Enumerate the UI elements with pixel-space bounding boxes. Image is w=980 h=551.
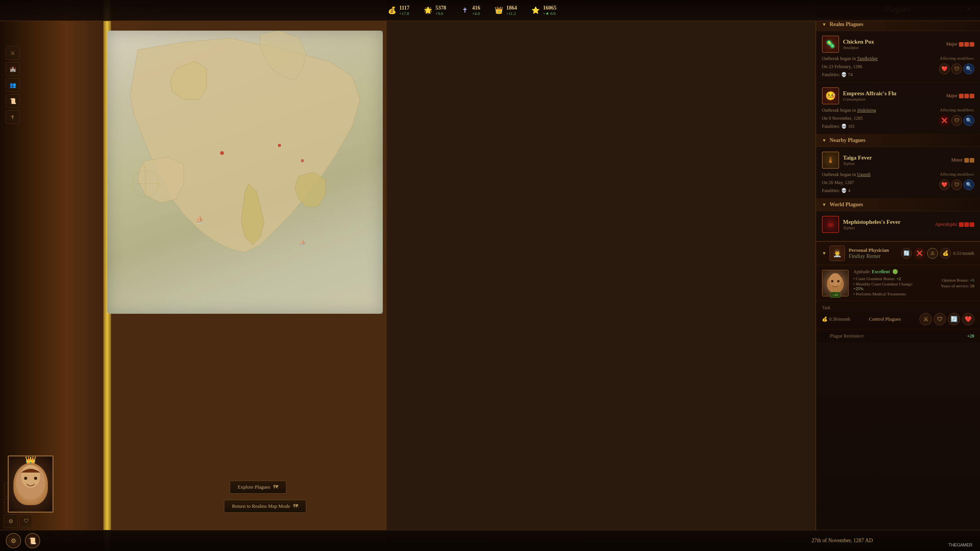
task-action-1[interactable]: ⚔ — [920, 313, 932, 325]
taiga-fever-count: 4 — [848, 188, 850, 193]
chicken-pox-subtype: Smallpox — [843, 45, 946, 50]
taiga-location-link[interactable]: Ugandi — [857, 172, 871, 177]
empress-flu-location-link[interactable]: Jönköping — [857, 108, 876, 113]
modifier-shield-icon: 🛡 — [951, 64, 962, 74]
aptitude-row: Aptitude: Excellent 🟢 — [853, 269, 924, 275]
task-action-2[interactable]: 🛡 — [934, 313, 946, 325]
dynasty-value-group: 1864 +11.2 — [506, 5, 517, 16]
dynasty-change: +11.2 — [506, 11, 516, 16]
physician-level-badge: +46 — [830, 292, 840, 298]
physician-collapse-icon[interactable]: ▼ — [822, 251, 826, 256]
chicken-pox-date: On 23 February, 1286 — [822, 64, 939, 70]
taiga-fever-severity: Minor — [951, 157, 974, 163]
empress-flu-severity-label: Major — [946, 93, 957, 99]
chicken-pox-severity-label: Major — [946, 41, 957, 47]
resource-dynasty: 👑 1864 +11.2 — [493, 5, 517, 16]
svg-text:N: N — [143, 165, 146, 169]
settings-icon-btn[interactable]: ⚙ — [6, 533, 21, 548]
task-label: Task — [822, 305, 974, 311]
prestige-change: +9.6 — [435, 11, 443, 16]
modifier-heart-icon: ❤️ — [939, 64, 950, 74]
world-plagues-header[interactable]: ▼ World Plagues — [816, 199, 980, 211]
physician-monthly-cost: 0.51/month — [953, 251, 974, 256]
thegamer-logo: THEGAMER — [949, 543, 972, 547]
taiga-fever-date: On 26 May, 1287 — [822, 180, 939, 186]
prestige-icon: 🌟 — [423, 5, 433, 16]
phys-bonus-2: • Monthly Court Grandeur Change: +25% — [853, 282, 924, 291]
side-icon-3[interactable]: 👥 — [6, 78, 20, 92]
physician-title: Personal Physician — [849, 247, 901, 253]
chicken-pox-location-link[interactable]: Tandbridge — [857, 56, 877, 61]
empress-flu-subtype: Consumption — [843, 97, 946, 101]
world-section-title: World Plagues — [830, 202, 863, 208]
physician-refresh-icon[interactable]: 🔄 — [901, 248, 912, 259]
physician-portrait-row: +46 Aptitude: Excellent 🟢 • Court Grande… — [822, 269, 974, 297]
taiga-modifier-search[interactable]: 🔍 — [964, 179, 974, 190]
plague-item-chicken-pox: 🦠 Chicken Pox Smallpox Major Outbreak be… — [816, 31, 980, 83]
map-background: ⛵ ⛵ N — [107, 31, 383, 314]
taiga-fever-modifiers: Affecting modifiers: ❤️ 🛡 🔍 — [939, 172, 974, 190]
return-button-label: Return to Realms Map Mode — [232, 503, 290, 509]
renown-change: +★ 6/6 — [543, 11, 555, 16]
aptitude-label: Aptitude: — [853, 269, 871, 274]
realm-section-arrow: ▼ — [822, 22, 826, 28]
empress-flu-top-row: 🤒 Empress Affraic's Flu Consumption Majo… — [822, 87, 974, 104]
chicken-pox-left-info: Outbreak began in Tandbridge On 23 Febru… — [822, 56, 939, 78]
physician-last-name: Remer — [866, 253, 880, 259]
side-icon-cross[interactable]: ✝ — [6, 110, 20, 124]
bottom-bar: ⚙ 📜 27th of November, 1287 AD THEGAMER — [0, 530, 980, 551]
side-icon-4[interactable]: 📜 — [6, 94, 20, 108]
map-area: ⛵ ⛵ N 👑 — [0, 0, 387, 551]
flu-modifier-heart-icon: ❌ — [939, 115, 950, 126]
task-action-4[interactable]: ❤️ — [962, 313, 974, 325]
bonus-1-value: +2 — [897, 276, 901, 281]
taiga-fever-subtype: Typhus — [843, 161, 951, 166]
physician-section: ▼ 👨‍⚕️ Personal Physician Findlay Remer … — [816, 241, 980, 342]
meph-sev-2 — [964, 222, 969, 227]
plague-item-taiga-fever: 🌡 Taiga Fever Typhus Minor Outbreak bega… — [816, 147, 980, 199]
face-svg — [13, 463, 48, 505]
empress-flu-date: On 9 November, 1285 — [822, 116, 939, 121]
taiga-sev-icon-2 — [970, 158, 974, 163]
explore-map-icon: 🗺 — [273, 484, 278, 490]
nearby-plagues-header[interactable]: ▼ Nearby Plagues — [816, 134, 980, 147]
meph-sev-1 — [959, 222, 964, 227]
resource-piety: ✝ 416 +4.0 — [459, 5, 480, 16]
side-icon-2[interactable]: 🏰 — [6, 62, 20, 76]
physician-header: ▼ 👨‍⚕️ Personal Physician Findlay Remer … — [816, 242, 980, 265]
task-action-3[interactable]: 🔄 — [948, 313, 960, 325]
svg-point-15 — [829, 273, 841, 287]
side-icon-1[interactable]: ⚔ — [6, 46, 20, 60]
svg-point-1 — [220, 151, 224, 155]
task-row: 💰 0.30/month Control Plagues ⚔ 🛡 🔄 ❤️ — [822, 313, 974, 325]
physician-portrait: +46 — [822, 270, 849, 297]
gold-value-group: 1117 +17.8 — [399, 5, 409, 16]
chicken-pox-modifiers: Affecting modifiers: ❤️ 🛡 🔍 — [939, 56, 974, 74]
modifier-search-icon[interactable]: 🔍 — [964, 64, 974, 74]
europe-map-svg: ⛵ ⛵ N — [107, 31, 383, 314]
taiga-modifier-icons: ❤️ 🛡 🔍 — [939, 179, 974, 190]
physician-details: +46 Aptitude: Excellent 🟢 • Court Grande… — [816, 265, 980, 301]
resistance-label: Plague Resistance: — [830, 333, 864, 339]
explore-plagues-button[interactable]: Explore Plagues 🗺 — [230, 481, 286, 494]
resource-renown: ⭐ 16065 +★ 6/6 — [530, 5, 556, 16]
svg-point-11 — [21, 465, 40, 488]
dynasty-value: 1864 — [506, 5, 517, 11]
physician-dismiss-icon[interactable]: ❌ — [914, 248, 925, 259]
task-cost-value: 0.30/month — [829, 316, 850, 322]
menu-icon-btn[interactable]: 📜 — [25, 533, 40, 548]
physician-cost-icon: 💰 — [940, 248, 951, 259]
return-to-realms-button[interactable]: Return to Realms Map Mode 🗺 — [224, 500, 306, 513]
explore-button-label: Explore Plagues — [238, 484, 270, 490]
physician-name-area: Personal Physician Findlay Remer — [849, 247, 901, 259]
taiga-modifier-2: 🛡 — [951, 179, 962, 190]
physician-warning-icon[interactable]: ⚠ — [927, 248, 938, 259]
flu-modifier-search-icon[interactable]: 🔍 — [964, 115, 974, 126]
mephistopheles-severity-icons — [959, 222, 974, 227]
chicken-pox-icon: 🦠 — [822, 36, 839, 53]
years-label: Years of service: — [941, 284, 969, 288]
plague-item-mephistopheles: ☠ Mephistopheles's Fever Typhus Apocalyp… — [816, 211, 980, 241]
taiga-fever-name: Taiga Fever — [843, 155, 951, 161]
taiga-fever-affecting-label: Affecting modifiers: — [940, 172, 974, 176]
renown-icon: ⭐ — [530, 5, 541, 16]
